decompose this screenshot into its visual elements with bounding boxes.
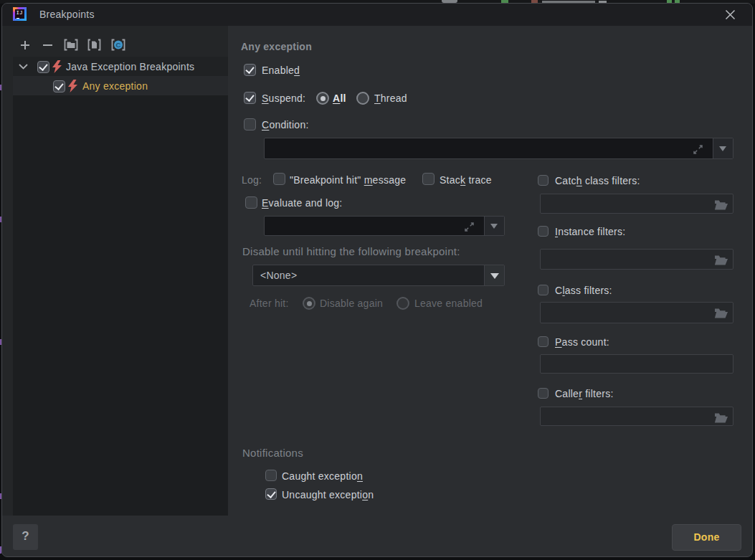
svg-text:C: C — [116, 41, 121, 49]
